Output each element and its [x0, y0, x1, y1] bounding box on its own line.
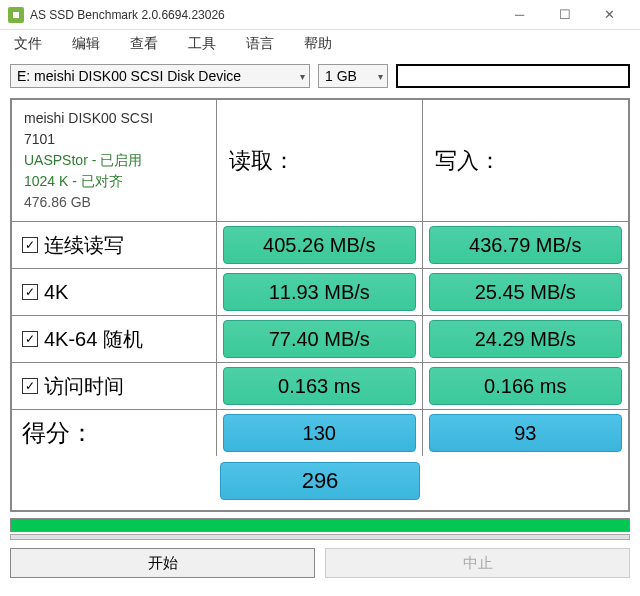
score-write-cell: 93 [423, 410, 629, 456]
filter-input[interactable] [396, 64, 630, 88]
score-write-value: 93 [429, 414, 623, 452]
disk-selector[interactable]: E: meishi DISK00 SCSI Disk Device [10, 64, 310, 88]
k4-64-write-value: 24.29 MB/s [429, 320, 623, 358]
checkbox-seq[interactable]: ✓ [22, 237, 38, 253]
k4-64-read-cell: 77.40 MB/s [217, 316, 423, 363]
disk-number: 7101 [24, 129, 55, 150]
maximize-button[interactable]: ☐ [542, 1, 587, 29]
size-selector-value: 1 GB [325, 68, 357, 84]
app-icon [8, 7, 24, 23]
menu-file[interactable]: 文件 [8, 33, 48, 55]
total-score-row: 296 [12, 456, 628, 510]
k4-write-value: 25.45 MB/s [429, 273, 623, 311]
access-read-value: 0.163 ms [223, 367, 416, 405]
seq-write-value: 436.79 MB/s [429, 226, 623, 264]
size-selector[interactable]: 1 GB [318, 64, 388, 88]
k4-read-value: 11.93 MB/s [223, 273, 416, 311]
access-label-text: 访问时间 [44, 373, 124, 400]
window-title: AS SSD Benchmark 2.0.6694.23026 [30, 8, 497, 22]
k4-write-cell: 25.45 MB/s [423, 269, 629, 316]
abort-button: 中止 [325, 548, 630, 578]
checkbox-4k64[interactable]: ✓ [22, 331, 38, 347]
menu-language[interactable]: 语言 [240, 33, 280, 55]
progress-bar-main [10, 518, 630, 532]
disk-info-panel: meishi DISK00 SCSI 7101 UASPStor - 已启用 1… [12, 100, 217, 222]
progress-area [10, 518, 630, 540]
access-write-value: 0.166 ms [429, 367, 623, 405]
seq-label-text: 连续读写 [44, 232, 124, 259]
k4-64-read-value: 77.40 MB/s [223, 320, 416, 358]
k4-64-write-cell: 24.29 MB/s [423, 316, 629, 363]
total-score-value: 296 [220, 462, 420, 500]
row-access-label: ✓ 访问时间 [12, 363, 217, 410]
uasp-status: UASPStor - 已启用 [24, 150, 142, 171]
seq-write-cell: 436.79 MB/s [423, 222, 629, 269]
score-read-cell: 130 [217, 410, 423, 456]
seq-read-value: 405.26 MB/s [223, 226, 416, 264]
results-frame: meishi DISK00 SCSI 7101 UASPStor - 已启用 1… [10, 98, 630, 512]
score-label: 得分： [12, 410, 217, 456]
header-read: 读取： [217, 100, 423, 222]
alignment-status: 1024 K - 已对齐 [24, 171, 123, 192]
score-read-value: 130 [223, 414, 416, 452]
svg-rect-1 [13, 12, 19, 18]
header-write: 写入： [423, 100, 629, 222]
seq-read-cell: 405.26 MB/s [217, 222, 423, 269]
disk-capacity: 476.86 GB [24, 192, 91, 213]
checkbox-4k[interactable]: ✓ [22, 284, 38, 300]
menubar: 文件 编辑 查看 工具 语言 帮助 [0, 30, 640, 58]
k4-64-label-text: 4K-64 随机 [44, 326, 143, 353]
menu-view[interactable]: 查看 [124, 33, 164, 55]
row-4k-label: ✓ 4K [12, 269, 217, 316]
start-button[interactable]: 开始 [10, 548, 315, 578]
k4-label-text: 4K [44, 281, 68, 304]
k4-read-cell: 11.93 MB/s [217, 269, 423, 316]
access-write-cell: 0.166 ms [423, 363, 629, 410]
close-button[interactable]: ✕ [587, 1, 632, 29]
row-4k64-label: ✓ 4K-64 随机 [12, 316, 217, 363]
menu-edit[interactable]: 编辑 [66, 33, 106, 55]
checkbox-access[interactable]: ✓ [22, 378, 38, 394]
menu-help[interactable]: 帮助 [298, 33, 338, 55]
disk-selector-value: E: meishi DISK00 SCSI Disk Device [17, 68, 241, 84]
progress-bar-sub [10, 534, 630, 540]
disk-name: meishi DISK00 SCSI [24, 108, 153, 129]
row-seq-label: ✓ 连续读写 [12, 222, 217, 269]
menu-tools[interactable]: 工具 [182, 33, 222, 55]
minimize-button[interactable]: ─ [497, 1, 542, 29]
access-read-cell: 0.163 ms [217, 363, 423, 410]
